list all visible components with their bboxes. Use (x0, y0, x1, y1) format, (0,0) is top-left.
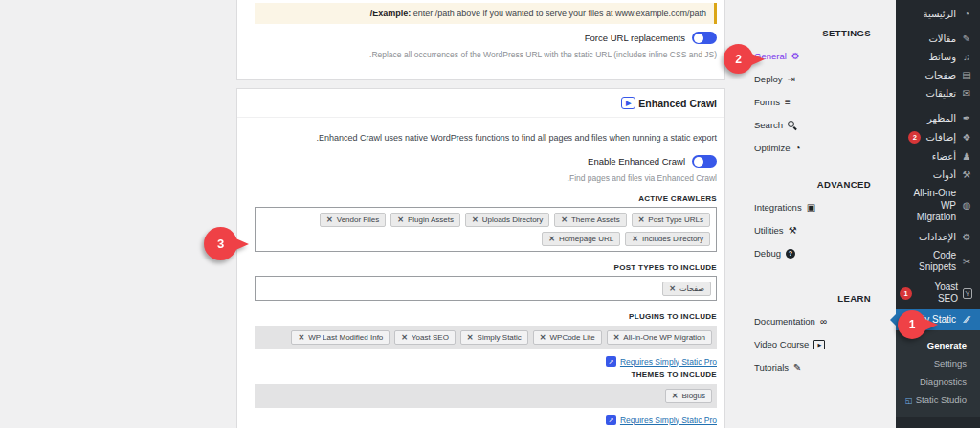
plugin-icon: ❖ (961, 132, 972, 143)
plugin-chip[interactable]: ✕WPCode Lite (533, 330, 602, 345)
enhanced-crawl-title: Enhanced Crawl (638, 98, 717, 109)
menu-item-documentation[interactable]: Documentation ∞ (754, 316, 871, 327)
menu-item-tutorials[interactable]: Tutorials ✎ (754, 362, 871, 372)
sidebar-item-users[interactable]: ♟ أعضاء (896, 147, 980, 166)
yoast-notification-badge: 1 (900, 287, 912, 300)
submenu-item-static-studio[interactable]: ◱Static Studio (896, 391, 980, 409)
themes-label: THEMES TO INCLUDE (255, 371, 717, 379)
crawler-chip[interactable]: ✕Theme Assets (554, 213, 626, 227)
settings-sliders-icon: ⚙ (961, 232, 972, 242)
sidebar-item-posts[interactable]: ✎ مقالات (896, 30, 980, 48)
force-url-description: .Replace all occurrences of the WordPres… (255, 50, 717, 59)
plugin-chip[interactable]: ✕All-in-One WP Migration (607, 330, 712, 345)
post-type-chip[interactable]: ✕صفحات (662, 282, 711, 296)
pushpin-icon: ✎ (961, 34, 972, 44)
crawler-chip[interactable]: ✕Vendor Files (320, 213, 386, 227)
yoast-icon: Y (963, 288, 972, 299)
annotation-marker-2: 2 (724, 44, 753, 74)
menu-item-general[interactable]: General ⚙ (754, 51, 871, 61)
simply-static-pro-icon: ↗ (606, 415, 616, 425)
menu-item-video-course[interactable]: Video Course ▶ (754, 339, 871, 349)
sidebar-item-comments[interactable]: ✉ تعليقات (896, 84, 980, 102)
scissors-code-icon: ✂ (961, 257, 972, 267)
menu-item-search[interactable]: Search (754, 120, 871, 130)
menu-item-forms[interactable]: Forms ≡ (754, 97, 871, 107)
remove-icon[interactable]: ✕ (632, 235, 638, 243)
comment-bubble-icon: ✉ (961, 88, 972, 99)
menu-item-utilities[interactable]: Utilities ⚒ (754, 225, 871, 236)
requires-pro-link[interactable]: Requires Simply Static Pro (620, 357, 717, 367)
plugins-label: PLUGINS TO INCLUDE (255, 312, 717, 321)
sidebar-item-dashboard[interactable]: ◔ الرئيسية (896, 5, 980, 23)
sidebar-item-plugins[interactable]: ❖ إضافات 2 (896, 127, 980, 147)
link-icon: ∞ (820, 317, 827, 327)
remove-icon[interactable]: ✕ (638, 215, 645, 224)
menu-item-optimize[interactable]: Optimize ◔ (754, 143, 871, 153)
plugin-chip[interactable]: ✕Yoast SEO (394, 330, 456, 345)
remove-icon[interactable]: ✕ (326, 215, 333, 224)
active-crawlers-box[interactable]: ✕Vendor Files ✕Plugin Assets ✕Uploads Di… (255, 207, 717, 252)
theme-chip[interactable]: ✕Blogus (665, 389, 712, 403)
sidebar-item-aio-migration[interactable]: ◍ All-in-One WP Migration (896, 184, 980, 228)
sidebar-item-yoast-seo[interactable]: Y Yoast SEO 1 (896, 278, 980, 309)
enhanced-crawl-description: .Enhanced Crawl uses native WordPress fu… (255, 133, 717, 143)
brush-icon: ✒ (961, 113, 972, 124)
sidebar-item-settings[interactable]: ⚙ الإعدادات (896, 228, 980, 246)
menu-item-debug[interactable]: Debug ? (754, 248, 871, 259)
menu-item-integrations[interactable]: Integrations ▣ (754, 202, 871, 213)
user-icon: ♟ (961, 151, 972, 162)
enable-enhanced-crawl-toggle[interactable] (692, 155, 717, 168)
force-url-toggle[interactable] (692, 32, 717, 44)
gear-icon: ⚙ (791, 52, 800, 61)
plugin-chip[interactable]: ✕WP Last Modified Info (291, 330, 390, 345)
dashboard-gauge-icon: ◔ (961, 9, 972, 19)
url-settings-card: /Example: enter /path above if you wante… (236, 0, 725, 80)
force-url-label: Force URL replacements (585, 33, 685, 43)
migration-circle-icon: ◍ (961, 200, 972, 211)
speedometer-icon: ◔ (794, 144, 800, 153)
enable-enhanced-crawl-label: Enable Enhanced Crawl (588, 156, 685, 167)
annotation-marker-1: 1 (898, 310, 926, 339)
submenu-item-diagnostics[interactable]: Diagnostics (896, 372, 980, 391)
learn-section-heading: LEARN (754, 293, 871, 304)
active-crawlers-label: ACTIVE CRAWLERS (255, 194, 717, 203)
sidebar-item-media[interactable]: ♫ وسائط (896, 48, 980, 66)
plugins-include-strip: ✕WP Last Modified Info ✕Yoast SEO ✕Simpl… (255, 326, 717, 349)
requires-pro-link[interactable]: Requires Simply Static Pro (620, 416, 717, 425)
crawler-chip[interactable]: ✕Homepage URL (542, 232, 620, 246)
pencil-icon: ✎ (793, 363, 801, 372)
remove-icon[interactable]: ✕ (472, 215, 479, 224)
remove-icon[interactable]: ✕ (561, 215, 568, 224)
themes-include-strip: ✕Blogus (255, 384, 717, 408)
remove-icon[interactable]: ✕ (401, 333, 408, 342)
simply-static-logo-icon: ∕∕ (961, 314, 972, 325)
remove-icon[interactable]: ✕ (467, 333, 474, 342)
briefcase-icon: ▣ (807, 203, 815, 213)
sidebar-item-pages[interactable]: ▤ صفحات (896, 66, 980, 84)
submenu-item-settings[interactable]: Settings (896, 354, 980, 372)
annotation-marker-3: 3 (204, 227, 237, 260)
sidebar-item-appearance[interactable]: ✒ المظهر (896, 109, 980, 127)
submenu-item-generate[interactable]: Generate (896, 336, 980, 354)
remove-icon[interactable]: ✕ (672, 392, 679, 400)
crawler-chip[interactable]: ✕Includes Directory (625, 232, 710, 246)
menu-item-deploy[interactable]: Deploy ⇥ (754, 74, 871, 84)
remove-icon[interactable]: ✕ (397, 215, 404, 224)
simply-static-settings-menu: SETTINGS General ⚙ Deploy ⇥ Forms ≡ Sear… (754, 0, 871, 372)
help-circle-icon: ? (786, 249, 795, 259)
remove-icon[interactable]: ✕ (298, 333, 304, 342)
crawler-chip[interactable]: ✕Plugin Assets (390, 213, 460, 227)
remove-icon[interactable]: ✕ (548, 235, 555, 243)
crawler-chip[interactable]: ✕Post Type URLs (632, 213, 710, 227)
plugin-chip[interactable]: ✕Simply Static (460, 330, 528, 345)
sidebar-item-code-snippets[interactable]: ✂ Code Snippets (896, 246, 980, 278)
crawler-chip[interactable]: ✕Uploads Directory (465, 213, 549, 227)
sidebar-item-tools[interactable]: ⚒ أدوات (896, 166, 980, 184)
remove-icon[interactable]: ✕ (613, 333, 620, 342)
settings-section-heading: SETTINGS (754, 28, 871, 38)
remove-icon[interactable]: ✕ (540, 333, 546, 342)
wrench-icon: ⚒ (789, 226, 797, 236)
post-types-input[interactable]: ✕صفحات (255, 276, 717, 301)
main-content: /Example: enter /path above if you wante… (236, 0, 725, 428)
remove-icon[interactable]: ✕ (669, 284, 676, 293)
